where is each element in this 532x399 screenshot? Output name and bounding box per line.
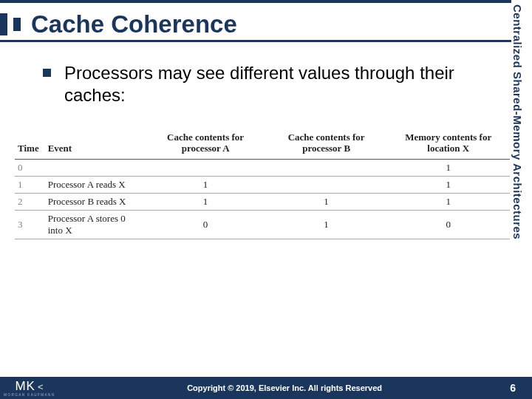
section-side-label-text: Centralized Shared-Memory Architectures bbox=[511, 4, 524, 239]
title-tick-large bbox=[0, 13, 7, 35]
col-event: Event bbox=[44, 129, 146, 159]
copyright-text: Copyright © 2019, Elsevier Inc. All righ… bbox=[59, 383, 510, 392]
publisher-logo: MK < MORGAN KAUFMANN bbox=[0, 377, 59, 399]
page-number: 6 bbox=[510, 382, 532, 394]
title-underline bbox=[0, 40, 532, 42]
table-header-row: Time Event Cache contents for processor … bbox=[15, 129, 510, 159]
col-time: Time bbox=[15, 129, 44, 159]
table-row: 2 Processor B reads X 1 1 1 bbox=[15, 193, 510, 210]
mk-logo-text: MK bbox=[15, 379, 35, 394]
col-proc-a: Cache contents for processor A bbox=[145, 129, 266, 159]
col-proc-b: Cache contents for processor B bbox=[266, 129, 387, 159]
bullet-text: Processors may see different values thro… bbox=[64, 62, 502, 106]
caret-icon: < bbox=[38, 381, 44, 392]
coherence-table: Time Event Cache contents for processor … bbox=[15, 129, 510, 239]
table-row: 1 Processor A reads X 1 1 bbox=[15, 176, 510, 193]
table-row: 3 Processor A stores 0 into X 0 1 0 bbox=[15, 210, 510, 239]
bullet-item: Processors may see different values thro… bbox=[43, 62, 502, 106]
mk-logo-subtext: MORGAN KAUFMANN bbox=[4, 393, 55, 397]
col-mem-x: Memory contents for location X bbox=[386, 129, 510, 159]
bullet-marker-icon bbox=[43, 69, 51, 77]
top-accent-stripe bbox=[0, 0, 532, 3]
footer-bar: MK < MORGAN KAUFMANN Copyright © 2019, E… bbox=[0, 377, 532, 399]
title-tick-small bbox=[13, 18, 21, 31]
table-row: 0 1 bbox=[15, 159, 510, 176]
title-row: Cache Coherence bbox=[0, 10, 532, 38]
slide-title: Cache Coherence bbox=[31, 10, 237, 38]
section-side-label: Centralized Shared-Memory Architectures bbox=[511, 0, 532, 244]
